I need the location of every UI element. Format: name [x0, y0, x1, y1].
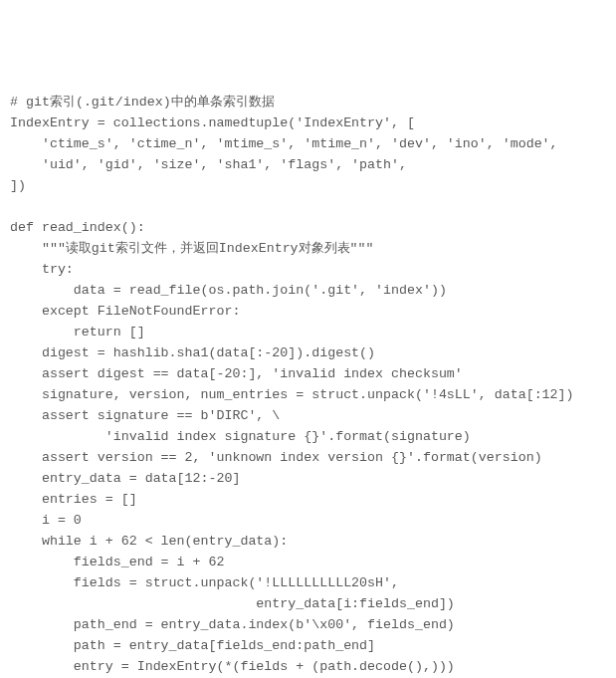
code-line: entries = [] — [10, 492, 137, 507]
code-line: path = entry_data[fields_end:path_end] — [10, 638, 375, 653]
code-line: IndexEntry = collections.namedtuple('Ind… — [10, 115, 415, 130]
code-block: # git索引(.git/index)中的单条索引数据 IndexEntry =… — [10, 92, 606, 678]
code-line: return [] — [10, 325, 145, 339]
code-line: assert version == 2, 'unknown index vers… — [10, 450, 542, 465]
code-line: digest = hashlib.sha1(data[:-20]).digest… — [10, 345, 375, 360]
code-line: 'uid', 'gid', 'size', 'sha1', 'flags', '… — [10, 157, 407, 172]
code-line: entry_data[i:fields_end]) — [10, 596, 455, 611]
code-line: signature, version, num_entries = struct… — [10, 387, 574, 402]
code-line: assert digest == data[-20:], 'invalid in… — [10, 366, 463, 381]
code-line: path_end = entry_data.index(b'\x00', fie… — [10, 617, 455, 632]
code-line: data = read_file(os.path.join('.git', 'i… — [10, 283, 447, 298]
code-line: while i + 62 < len(entry_data): — [10, 534, 288, 549]
code-line: fields = struct.unpack('!LLLLLLLLLL20sH'… — [10, 575, 399, 590]
code-line: fields_end = i + 62 — [10, 555, 224, 569]
code-line: try: — [10, 262, 74, 277]
code-line: ]) — [10, 178, 26, 193]
code-line: entry_data = data[12:-20] — [10, 471, 240, 486]
code-line: 'ctime_s', 'ctime_n', 'mtime_s', 'mtime_… — [10, 136, 558, 151]
code-line: """读取git索引文件，并返回IndexEntry对象列表""" — [10, 241, 374, 256]
code-line: assert signature == b'DIRC', \ — [10, 408, 280, 423]
code-line: def read_index(): — [10, 220, 145, 235]
code-line: entry = IndexEntry(*(fields + (path.deco… — [10, 659, 455, 674]
code-line: i = 0 — [10, 513, 82, 528]
code-line: except FileNotFoundError: — [10, 304, 240, 319]
code-line: # git索引(.git/index)中的单条索引数据 — [10, 95, 275, 110]
code-line: 'invalid index signature {}'.format(sign… — [10, 429, 471, 444]
